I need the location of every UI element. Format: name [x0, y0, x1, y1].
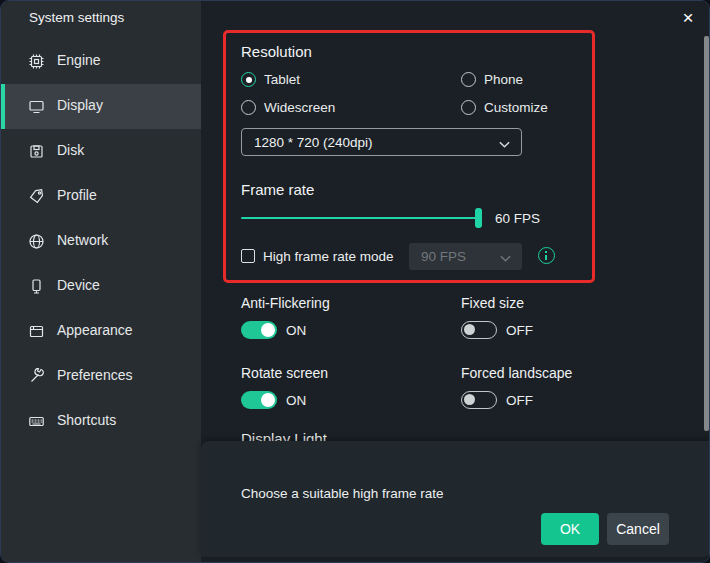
- wrench-icon: [28, 368, 45, 385]
- dialog-footer: Choose a suitable high frame rate OK Can…: [201, 441, 710, 557]
- sidebar-item-appearance[interactable]: Appearance: [1, 309, 201, 354]
- sidebar-item-label: Disk: [57, 142, 84, 158]
- sidebar-item-engine[interactable]: Engine: [1, 39, 201, 84]
- sidebar-item-label: Profile: [57, 187, 97, 203]
- ok-button[interactable]: OK: [541, 513, 599, 545]
- rotate-screen-state: ON: [286, 393, 306, 408]
- rotate-screen-label: Rotate screen: [241, 365, 328, 381]
- high-frame-rate-checkbox[interactable]: [241, 249, 255, 263]
- resolution-section-title: Resolution: [241, 43, 312, 60]
- radio-label: Phone: [484, 72, 523, 87]
- radio-label: Customize: [484, 100, 548, 115]
- scrollbar-thumb[interactable]: [704, 36, 709, 431]
- forced-landscape-state: OFF: [506, 393, 533, 408]
- window-icon: [28, 323, 45, 340]
- frame-rate-hint-text: Choose a suitable high frame rate: [241, 486, 444, 501]
- radio-label: Tablet: [264, 72, 300, 87]
- frame-rate-value: 60 FPS: [495, 211, 540, 226]
- high-fps-dropdown[interactable]: 90 FPS: [409, 243, 522, 270]
- radio-tablet[interactable]: Tablet: [241, 72, 300, 87]
- radio-widescreen[interactable]: Widescreen: [241, 100, 335, 115]
- forced-landscape-label: Forced landscape: [461, 365, 572, 381]
- floppy-icon: [28, 143, 45, 160]
- frame-rate-slider-thumb[interactable]: [475, 208, 482, 228]
- chip-icon: [28, 53, 45, 70]
- cancel-button[interactable]: Cancel: [607, 513, 669, 545]
- sidebar-item-profile[interactable]: Profile: [1, 174, 201, 219]
- radio-icon: [241, 72, 256, 87]
- monitor-icon: [28, 98, 45, 115]
- sidebar-item-label: Engine: [57, 52, 101, 68]
- fixed-size-state: OFF: [506, 323, 533, 338]
- window-title: System settings: [29, 10, 124, 25]
- close-icon[interactable]: ×: [675, 5, 701, 31]
- sidebar-item-label: Display: [57, 97, 103, 113]
- info-icon[interactable]: [538, 247, 555, 264]
- globe-icon: [28, 233, 45, 250]
- radio-icon: [461, 100, 476, 115]
- tag-icon: [28, 188, 45, 205]
- sidebar-item-network[interactable]: Network: [1, 219, 201, 264]
- phone-icon: [28, 278, 45, 295]
- radio-icon: [461, 72, 476, 87]
- clipped-section-label: Display Light: [241, 430, 501, 441]
- sidebar-item-label: Device: [57, 277, 100, 293]
- sidebar-item-preferences[interactable]: Preferences: [1, 354, 201, 399]
- radio-label: Widescreen: [264, 100, 335, 115]
- radio-icon: [241, 100, 256, 115]
- high-fps-dropdown-value: 90 FPS: [421, 249, 466, 264]
- keyboard-icon: [28, 413, 45, 430]
- forced-landscape-toggle[interactable]: [461, 391, 497, 409]
- resolution-dropdown-value: 1280 * 720 (240dpi): [254, 135, 373, 150]
- sidebar-item-shortcuts[interactable]: Shortcuts: [1, 399, 201, 444]
- chevron-down-icon: [498, 137, 511, 150]
- anti-flickering-label: Anti-Flickering: [241, 295, 330, 311]
- frame-rate-section-title: Frame rate: [241, 181, 314, 198]
- sidebar-item-device[interactable]: Device: [1, 264, 201, 309]
- sidebar-item-label: Appearance: [57, 322, 133, 338]
- anti-flickering-state: ON: [286, 323, 306, 338]
- sidebar-item-disk[interactable]: Disk: [1, 129, 201, 174]
- sidebar-item-label: Preferences: [57, 367, 132, 383]
- rotate-screen-toggle[interactable]: [241, 391, 277, 409]
- sidebar-item-label: Network: [57, 232, 108, 248]
- sidebar-item-label: Shortcuts: [57, 412, 116, 428]
- fixed-size-toggle[interactable]: [461, 321, 497, 339]
- radio-phone[interactable]: Phone: [461, 72, 523, 87]
- sidebar: System settings Engine Display Disk Prof…: [1, 1, 201, 562]
- radio-customize[interactable]: Customize: [461, 100, 548, 115]
- frame-rate-slider-track[interactable]: [241, 217, 479, 219]
- display-settings-panel: × Resolution Tablet Phone Widescreen Cus…: [201, 1, 710, 563]
- resolution-dropdown[interactable]: 1280 * 720 (240dpi): [241, 128, 522, 156]
- high-frame-rate-label: High frame rate mode: [263, 249, 394, 264]
- fixed-size-label: Fixed size: [461, 295, 524, 311]
- chevron-down-icon: [499, 251, 512, 264]
- sidebar-item-display[interactable]: Display: [1, 84, 201, 129]
- anti-flickering-toggle[interactable]: [241, 321, 277, 339]
- system-settings-dialog: System settings Engine Display Disk Prof…: [0, 0, 710, 563]
